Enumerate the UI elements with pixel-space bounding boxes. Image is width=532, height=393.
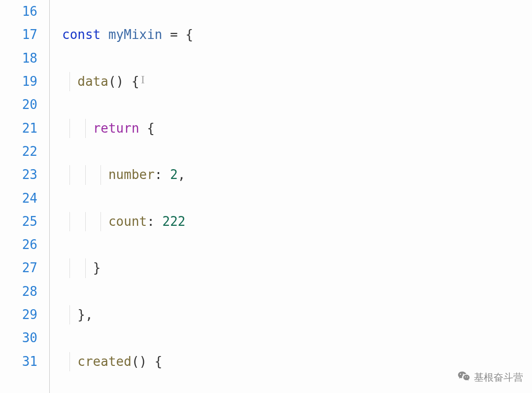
line-number: 18	[0, 47, 37, 70]
code-line: return {	[62, 117, 355, 140]
line-number: 23	[0, 163, 37, 186]
code-editor: 16 17 18 19 20 21 22 23 24 25 26 27 28 2…	[0, 0, 532, 393]
code-line: count: 222	[62, 210, 355, 233]
line-number: 28	[0, 280, 37, 303]
watermark: 基根奋斗营	[457, 368, 523, 386]
line-number: 26	[0, 233, 37, 256]
wechat-icon	[457, 368, 471, 386]
line-number: 25	[0, 210, 37, 233]
line-number: 17	[0, 23, 37, 46]
code-content[interactable]: const myMixin = { data() { return { numb…	[43, 0, 355, 393]
line-number: 22	[0, 140, 37, 163]
line-number: 16	[0, 0, 37, 23]
line-number: 29	[0, 303, 37, 326]
code-line: }	[62, 256, 355, 280]
code-line: data() {	[62, 70, 355, 93]
line-number: 31	[0, 350, 37, 373]
watermark-text: 基根奋斗营	[474, 368, 523, 386]
code-line: },	[62, 303, 355, 326]
line-number: 24	[0, 187, 37, 210]
line-number-gutter: 16 17 18 19 20 21 22 23 24 25 26 27 28 2…	[0, 0, 43, 393]
gutter-divider	[49, 0, 50, 393]
line-number: 27	[0, 256, 37, 280]
code-line: const myMixin = {	[62, 23, 355, 46]
line-number: 20	[0, 93, 37, 116]
code-line: created() {	[62, 350, 355, 373]
line-number: 30	[0, 326, 37, 350]
code-line: number: 2,	[62, 163, 355, 186]
line-number: 21	[0, 117, 37, 140]
line-number: 19	[0, 70, 37, 93]
